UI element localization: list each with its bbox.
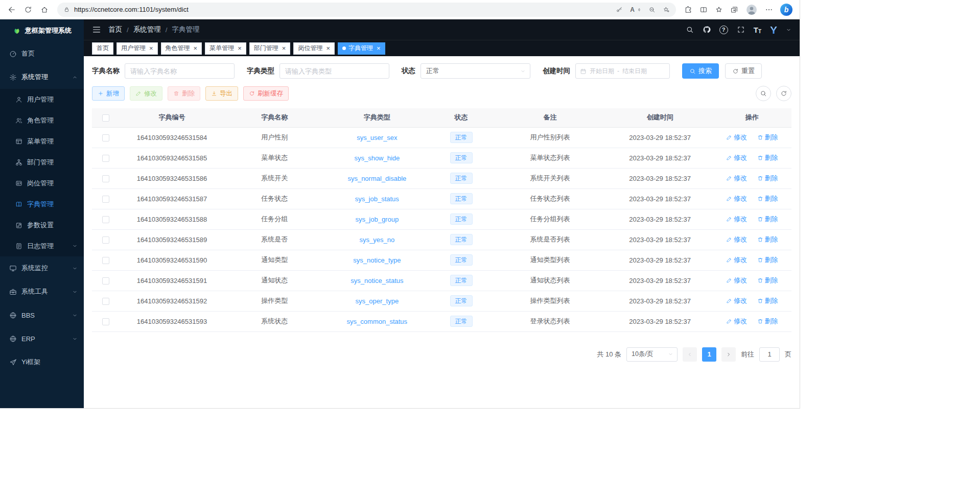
dict-type-link[interactable]: sys_yes_no xyxy=(360,236,395,244)
status-select[interactable]: 正常 xyxy=(421,63,530,79)
browser-menu-icon[interactable] xyxy=(765,6,773,14)
dict-type-link[interactable]: sys_show_hide xyxy=(354,154,400,162)
tab-close-icon[interactable]: × xyxy=(238,45,242,52)
tab-close-icon[interactable]: × xyxy=(194,45,198,52)
sidebar-item-user[interactable]: 用户管理 xyxy=(0,89,84,110)
edit-link[interactable]: 修改 xyxy=(726,215,747,224)
back-button[interactable] xyxy=(4,2,19,17)
dict-name-input[interactable] xyxy=(125,63,235,79)
select-all-checkbox[interactable] xyxy=(102,114,109,122)
sidebar-item-post[interactable]: 岗位管理 xyxy=(0,173,84,194)
edit-link[interactable]: 修改 xyxy=(726,174,747,183)
extensions-icon[interactable] xyxy=(684,6,692,14)
bing-discover-icon[interactable]: b xyxy=(780,4,792,16)
sidebar-item-tools[interactable]: 系统工具 xyxy=(0,280,84,303)
page-number-current[interactable]: 1 xyxy=(702,347,716,362)
font-size-icon[interactable]: TT xyxy=(754,26,761,34)
row-checkbox[interactable] xyxy=(102,155,109,162)
row-checkbox[interactable] xyxy=(102,298,109,305)
next-page-button[interactable] xyxy=(721,347,736,362)
hamburger-icon[interactable] xyxy=(92,25,101,34)
toggle-search-button[interactable] xyxy=(756,86,771,101)
sidebar-item-dept[interactable]: 部门管理 xyxy=(0,152,84,173)
breadcrumb-home[interactable]: 首页 xyxy=(108,25,122,34)
search-button[interactable]: 搜索 xyxy=(682,63,719,79)
help-icon[interactable]: ? xyxy=(719,26,728,34)
page-size-select[interactable]: 10条/页 xyxy=(626,347,678,362)
edit-link[interactable]: 修改 xyxy=(726,153,747,162)
zoom-icon[interactable] xyxy=(648,6,656,13)
export-button[interactable]: 导出 xyxy=(205,86,238,101)
dict-type-input[interactable] xyxy=(279,63,389,79)
row-checkbox[interactable] xyxy=(102,277,109,284)
app-logo[interactable]: 意框架管理系统 xyxy=(0,19,84,42)
sidebar-item-yi[interactable]: Yi框架 xyxy=(0,350,84,374)
dict-type-link[interactable]: sys_notice_status xyxy=(351,277,403,284)
sidebar-item-monitor[interactable]: 系统监控 xyxy=(0,256,84,280)
add-favorite-icon[interactable] xyxy=(663,6,670,13)
prev-page-button[interactable] xyxy=(683,347,697,362)
read-aloud-icon[interactable]: A xyxy=(630,6,641,13)
favorites-icon[interactable] xyxy=(715,6,723,14)
tab[interactable]: 角色管理 × xyxy=(161,42,202,55)
delete-link[interactable]: 删除 xyxy=(757,153,778,162)
row-checkbox[interactable] xyxy=(102,257,109,264)
delete-link[interactable]: 删除 xyxy=(757,235,778,244)
refresh-cache-button[interactable]: 刷新缓存 xyxy=(243,86,289,101)
tab[interactable]: 岗位管理 × xyxy=(293,42,335,55)
row-checkbox[interactable] xyxy=(102,196,109,203)
fullscreen-icon[interactable] xyxy=(737,26,745,34)
tab[interactable]: 用户管理 × xyxy=(116,42,158,55)
delete-link[interactable]: 删除 xyxy=(757,133,778,142)
delete-link[interactable]: 删除 xyxy=(757,255,778,265)
goto-page-input[interactable] xyxy=(759,347,780,362)
sidebar-item-param[interactable]: 参数设置 xyxy=(0,215,84,235)
tab-close-icon[interactable]: × xyxy=(377,45,381,52)
dict-type-link[interactable]: sys_user_sex xyxy=(357,134,397,141)
delete-link[interactable]: 删除 xyxy=(757,194,778,203)
row-checkbox[interactable] xyxy=(102,216,109,223)
tab[interactable]: 字典管理 × xyxy=(338,42,385,55)
sidebar-item-system[interactable]: 系统管理 xyxy=(0,65,84,89)
sidebar-item-bbs[interactable]: BBS xyxy=(0,303,84,327)
edit-link[interactable]: 修改 xyxy=(726,276,747,285)
breadcrumb-system[interactable]: 系统管理 xyxy=(133,25,161,34)
reset-button[interactable]: 重置 xyxy=(725,63,762,79)
tab-close-icon[interactable]: × xyxy=(326,45,330,52)
profile-avatar[interactable] xyxy=(745,4,758,16)
edit-link[interactable]: 修改 xyxy=(726,235,747,244)
sidebar-item-role[interactable]: 角色管理 xyxy=(0,110,84,131)
chevron-down-icon[interactable] xyxy=(786,27,791,33)
sidebar-item-log[interactable]: 日志管理 xyxy=(0,235,84,256)
refresh-button[interactable] xyxy=(20,2,36,17)
row-checkbox[interactable] xyxy=(102,134,109,141)
user-menu-logo[interactable]: Y xyxy=(770,25,777,35)
sidebar-item-home[interactable]: 首页 xyxy=(0,42,84,65)
row-checkbox[interactable] xyxy=(102,175,109,182)
refresh-table-button[interactable] xyxy=(776,86,791,101)
edit-link[interactable]: 修改 xyxy=(726,133,747,142)
delete-link[interactable]: 删除 xyxy=(757,276,778,285)
home-button[interactable] xyxy=(37,2,52,17)
row-checkbox[interactable] xyxy=(102,236,109,244)
tab[interactable]: 部门管理 × xyxy=(249,42,291,55)
sidebar-item-menu[interactable]: 菜单管理 xyxy=(0,131,84,152)
password-key-icon[interactable] xyxy=(616,6,623,13)
delete-link[interactable]: 删除 xyxy=(757,296,778,305)
sidebar-item-erp[interactable]: ERP xyxy=(0,327,84,350)
tab[interactable]: 菜单管理 × xyxy=(205,42,246,55)
edit-link[interactable]: 修改 xyxy=(726,296,747,305)
collections-icon[interactable] xyxy=(730,6,738,14)
add-button[interactable]: 新增 xyxy=(92,86,125,101)
tab-close-icon[interactable]: × xyxy=(282,45,286,52)
delete-link[interactable]: 删除 xyxy=(757,174,778,183)
github-icon[interactable] xyxy=(703,26,711,34)
tab-close-icon[interactable]: × xyxy=(149,45,153,52)
edit-button[interactable]: 修改 xyxy=(130,86,162,101)
dict-type-link[interactable]: sys_notice_type xyxy=(353,256,401,264)
dict-type-link[interactable]: sys_common_status xyxy=(347,318,408,325)
sidebar-item-dict[interactable]: 字典管理 xyxy=(0,194,84,215)
row-checkbox[interactable] xyxy=(102,318,109,325)
search-icon[interactable] xyxy=(686,26,694,34)
date-range-picker[interactable]: 开始日期 - 结束日期 xyxy=(575,63,670,79)
